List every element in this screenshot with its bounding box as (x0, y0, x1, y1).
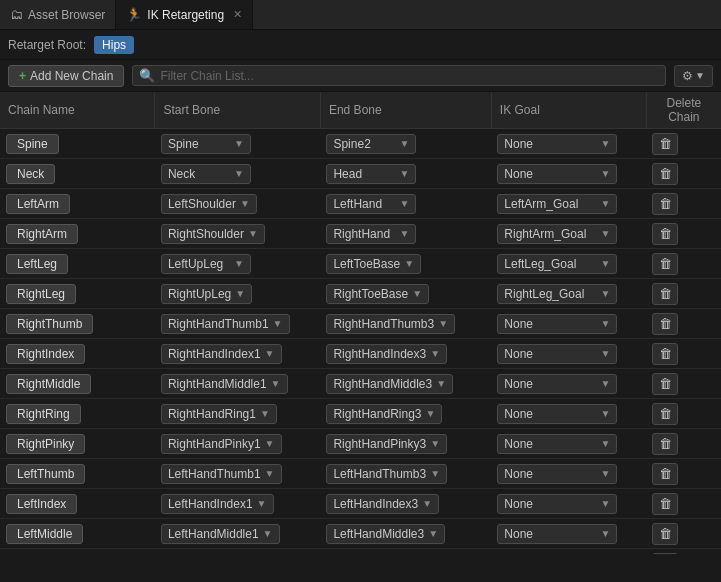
chain-name-btn-3[interactable]: RightArm (6, 224, 78, 244)
end-bone-dropdown-11[interactable]: LeftHandThumb3 ▼ (326, 464, 447, 484)
end-bone-dropdown-1[interactable]: Head ▼ (326, 164, 416, 184)
start-bone-dropdown-2[interactable]: LeftShoulder ▼ (161, 194, 257, 214)
start-bone-value-6: RightHandThumb1 (168, 317, 269, 331)
ik-goal-dropdown-7[interactable]: None ▼ (497, 344, 617, 364)
end-bone-dropdown-9[interactable]: RightHandRing3 ▼ (326, 404, 442, 424)
cell-delete-3: 🗑 (646, 219, 721, 249)
tab-ik-retargeting[interactable]: 🏃 IK Retargeting ✕ (116, 0, 253, 29)
chain-name-btn-7[interactable]: RightIndex (6, 344, 85, 364)
end-bone-dropdown-8[interactable]: RightHandMiddle3 ▼ (326, 374, 453, 394)
start-bone-dropdown-14[interactable]: LeftHandRing1 ▼ (161, 554, 269, 555)
chain-name-btn-4[interactable]: LeftLeg (6, 254, 68, 274)
start-bone-dropdown-9[interactable]: RightHandRing1 ▼ (161, 404, 277, 424)
retarget-root-value[interactable]: Hips (94, 36, 134, 54)
end-bone-value-1: Head (333, 167, 362, 181)
delete-chain-btn-4[interactable]: 🗑 (652, 253, 678, 275)
end-bone-dropdown-0[interactable]: Spine2 ▼ (326, 134, 416, 154)
start-bone-value-11: LeftHandThumb1 (168, 467, 261, 481)
dropdown-arrow-icon: ▼ (234, 168, 244, 179)
end-bone-dropdown-7[interactable]: RightHandIndex3 ▼ (326, 344, 447, 364)
search-bar[interactable]: 🔍 (132, 65, 666, 86)
start-bone-dropdown-0[interactable]: Spine ▼ (161, 134, 251, 154)
search-input[interactable] (160, 69, 659, 83)
start-bone-value-8: RightHandMiddle1 (168, 377, 267, 391)
start-bone-dropdown-11[interactable]: LeftHandThumb1 ▼ (161, 464, 282, 484)
delete-chain-btn-1[interactable]: 🗑 (652, 163, 678, 185)
ik-goal-dropdown-12[interactable]: None ▼ (497, 494, 617, 514)
end-bone-dropdown-4[interactable]: LeftToeBase ▼ (326, 254, 421, 274)
ik-goal-value-6: None (504, 317, 533, 331)
retarget-root-label: Retarget Root: (8, 38, 86, 52)
start-bone-dropdown-3[interactable]: RightShoulder ▼ (161, 224, 265, 244)
add-new-chain-button[interactable]: + Add New Chain (8, 65, 124, 87)
chain-name-btn-12[interactable]: LeftIndex (6, 494, 77, 514)
start-bone-dropdown-10[interactable]: RightHandPinky1 ▼ (161, 434, 282, 454)
end-bone-dropdown-6[interactable]: RightHandThumb3 ▼ (326, 314, 455, 334)
end-bone-value-13: LeftHandMiddle3 (333, 527, 424, 541)
ik-goal-dropdown-5[interactable]: RightLeg_Goal ▼ (497, 284, 617, 304)
cell-chain-name-5: RightLeg (0, 279, 155, 309)
delete-chain-btn-6[interactable]: 🗑 (652, 313, 678, 335)
delete-chain-btn-2[interactable]: 🗑 (652, 193, 678, 215)
delete-chain-btn-9[interactable]: 🗑 (652, 403, 678, 425)
delete-chain-btn-14[interactable]: 🗑 (652, 553, 678, 555)
chain-name-btn-1[interactable]: Neck (6, 164, 55, 184)
ik-goal-dropdown-0[interactable]: None ▼ (497, 134, 617, 154)
chain-name-btn-2[interactable]: LeftArm (6, 194, 70, 214)
end-bone-value-12: LeftHandIndex3 (333, 497, 418, 511)
start-bone-dropdown-8[interactable]: RightHandMiddle1 ▼ (161, 374, 288, 394)
ik-goal-dropdown-8[interactable]: None ▼ (497, 374, 617, 394)
delete-chain-btn-7[interactable]: 🗑 (652, 343, 678, 365)
cell-ik-goal-13: None ▼ (491, 519, 646, 549)
start-bone-dropdown-1[interactable]: Neck ▼ (161, 164, 251, 184)
start-bone-dropdown-12[interactable]: LeftHandIndex1 ▼ (161, 494, 274, 514)
chain-name-btn-8[interactable]: RightMiddle (6, 374, 91, 394)
cell-chain-name-8: RightMiddle (0, 369, 155, 399)
chain-name-btn-6[interactable]: RightThumb (6, 314, 93, 334)
close-tab-button[interactable]: ✕ (233, 8, 242, 21)
delete-chain-btn-3[interactable]: 🗑 (652, 223, 678, 245)
end-bone-dropdown-3[interactable]: RightHand ▼ (326, 224, 416, 244)
cell-chain-name-7: RightIndex (0, 339, 155, 369)
delete-chain-btn-13[interactable]: 🗑 (652, 523, 678, 545)
start-bone-dropdown-6[interactable]: RightHandThumb1 ▼ (161, 314, 290, 334)
chain-name-btn-0[interactable]: Spine (6, 134, 59, 154)
settings-button[interactable]: ⚙ ▼ (674, 65, 713, 87)
ik-goal-dropdown-9[interactable]: None ▼ (497, 404, 617, 424)
start-bone-dropdown-5[interactable]: RightUpLeg ▼ (161, 284, 252, 304)
end-bone-dropdown-12[interactable]: LeftHandIndex3 ▼ (326, 494, 439, 514)
delete-chain-btn-0[interactable]: 🗑 (652, 133, 678, 155)
chain-name-btn-11[interactable]: LeftThumb (6, 464, 85, 484)
delete-chain-btn-10[interactable]: 🗑 (652, 433, 678, 455)
tab-asset-browser[interactable]: 🗂 Asset Browser (0, 0, 116, 29)
ik-goal-dropdown-11[interactable]: None ▼ (497, 464, 617, 484)
ik-goal-dropdown-6[interactable]: None ▼ (497, 314, 617, 334)
end-bone-dropdown-5[interactable]: RightToeBase ▼ (326, 284, 429, 304)
dropdown-arrow-icon: ▼ (600, 348, 610, 359)
start-bone-dropdown-7[interactable]: RightHandIndex1 ▼ (161, 344, 282, 364)
dropdown-arrow-icon: ▼ (438, 318, 448, 329)
chain-name-btn-14[interactable]: LeftRing (6, 554, 73, 555)
end-bone-dropdown-13[interactable]: LeftHandMiddle3 ▼ (326, 524, 445, 544)
delete-chain-btn-11[interactable]: 🗑 (652, 463, 678, 485)
delete-chain-btn-8[interactable]: 🗑 (652, 373, 678, 395)
chain-name-btn-5[interactable]: RightLeg (6, 284, 76, 304)
chain-name-btn-10[interactable]: RightPinky (6, 434, 85, 454)
ik-goal-dropdown-3[interactable]: RightArm_Goal ▼ (497, 224, 617, 244)
end-bone-dropdown-10[interactable]: RightHandPinky3 ▼ (326, 434, 447, 454)
ik-goal-dropdown-4[interactable]: LeftLeg_Goal ▼ (497, 254, 617, 274)
start-bone-dropdown-13[interactable]: LeftHandMiddle1 ▼ (161, 524, 280, 544)
dropdown-arrow-icon: ▼ (600, 288, 610, 299)
end-bone-dropdown-14[interactable]: LeftHandRing3 ▼ (326, 554, 434, 555)
chain-name-btn-9[interactable]: RightRing (6, 404, 81, 424)
start-bone-dropdown-4[interactable]: LeftUpLeg ▼ (161, 254, 251, 274)
ik-goal-dropdown-1[interactable]: None ▼ (497, 164, 617, 184)
ik-goal-dropdown-13[interactable]: None ▼ (497, 524, 617, 544)
chain-name-btn-13[interactable]: LeftMiddle (6, 524, 83, 544)
delete-chain-btn-5[interactable]: 🗑 (652, 283, 678, 305)
ik-goal-dropdown-14[interactable]: None ▼ (497, 554, 617, 555)
ik-goal-dropdown-2[interactable]: LeftArm_Goal ▼ (497, 194, 617, 214)
delete-chain-btn-12[interactable]: 🗑 (652, 493, 678, 515)
ik-goal-dropdown-10[interactable]: None ▼ (497, 434, 617, 454)
end-bone-dropdown-2[interactable]: LeftHand ▼ (326, 194, 416, 214)
